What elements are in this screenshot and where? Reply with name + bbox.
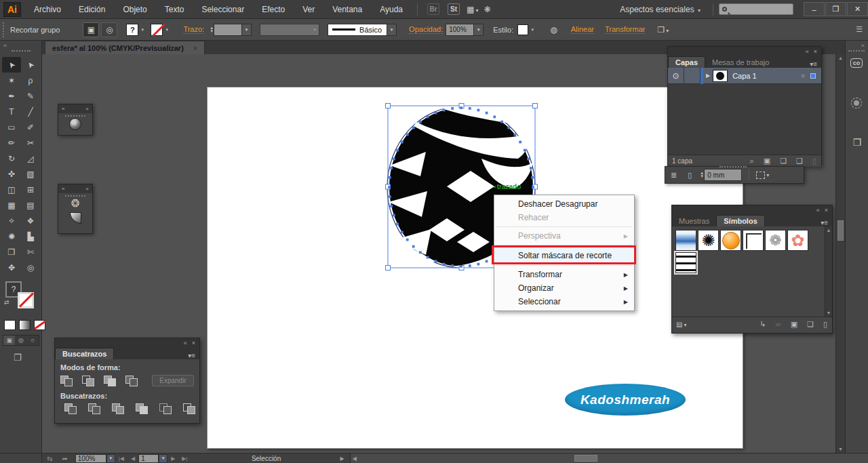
creative-cloud-icon[interactable]: co bbox=[850, 58, 863, 68]
pathfinder-crop[interactable] bbox=[136, 403, 148, 414]
panel-menu-icon[interactable]: ▾≡ bbox=[810, 60, 817, 68]
control-panel-menu-icon[interactable]: ☰ bbox=[856, 25, 863, 34]
menu-bar-item[interactable]: Ver bbox=[294, 0, 323, 19]
dock-grip[interactable] bbox=[848, 50, 865, 52]
tool-scale[interactable]: ◿ bbox=[21, 150, 40, 166]
tool-zoom[interactable]: ◎ bbox=[21, 260, 40, 275]
isolate-selected-object-button[interactable]: ▣ bbox=[83, 22, 99, 37]
close-panel-icon[interactable]: × bbox=[85, 106, 89, 112]
pathfinder-divide[interactable] bbox=[64, 403, 77, 414]
collapse-panel-icon[interactable]: « bbox=[184, 340, 187, 346]
first-artboard-icon[interactable]: |◀ bbox=[119, 456, 124, 462]
new-sublayer-icon[interactable]: ❏ bbox=[780, 157, 787, 165]
lock-cell[interactable] bbox=[684, 68, 701, 84]
artboards-dock-icon[interactable]: ❐ bbox=[846, 137, 868, 148]
expand-layer-icon[interactable]: ▶ bbox=[706, 73, 710, 79]
variable-width-dropdown[interactable]: ▾ bbox=[260, 24, 319, 36]
place-symbol-icon[interactable]: ↳ bbox=[760, 320, 766, 329]
delete-layer-icon[interactable]: ▯ bbox=[812, 157, 816, 165]
symbol-stripes[interactable] bbox=[675, 252, 696, 273]
symbol-wreath[interactable]: ❁ bbox=[765, 230, 786, 251]
panel-menu-icon[interactable]: ▾≡ bbox=[188, 352, 195, 359]
tool-lasso[interactable]: ρ bbox=[21, 73, 40, 88]
make-clipping-mask-icon[interactable]: ▣ bbox=[764, 157, 770, 165]
menu-item-perspectiva[interactable]: Perspectiva ▶ bbox=[495, 229, 633, 243]
tool-shape-builder[interactable]: ◫ bbox=[2, 182, 21, 197]
tool-paintbrush[interactable]: ✐ bbox=[21, 119, 40, 135]
collapse-dock-icon[interactable]: « bbox=[3, 42, 7, 49]
stroke-color-swatch[interactable] bbox=[151, 24, 163, 36]
expand-dock-icon[interactable]: « bbox=[861, 42, 865, 49]
recolor-artwork-icon[interactable]: ◍ bbox=[550, 25, 557, 35]
tool-curvature[interactable]: ✎ bbox=[21, 88, 40, 104]
arrange-documents-icon[interactable]: ▦▾ bbox=[467, 5, 478, 14]
pathfinder-minus-back[interactable] bbox=[183, 403, 195, 414]
workspace-switcher[interactable]: Aspectos esenciales ▾ bbox=[620, 5, 701, 14]
layer-name[interactable]: Capa 1 bbox=[732, 72, 756, 80]
pathfinder-outline[interactable] bbox=[159, 403, 172, 414]
tab-muestras[interactable]: Muestras bbox=[672, 215, 716, 226]
align-panel-link[interactable]: Alinear bbox=[571, 25, 594, 34]
menu-item-deshacer-desagrupar[interactable]: Deshacer Desagrupar bbox=[495, 197, 633, 211]
search-input[interactable] bbox=[727, 5, 785, 14]
close-panel-icon[interactable]: × bbox=[85, 186, 89, 192]
menu-bar-item[interactable]: Objeto bbox=[114, 0, 155, 19]
tool-pen[interactable]: ✒ bbox=[2, 88, 21, 104]
expand-panel-icon[interactable]: » bbox=[62, 186, 64, 192]
menu-bar-item[interactable]: Efecto bbox=[253, 0, 294, 19]
tool-hand[interactable]: ✥ bbox=[2, 260, 21, 275]
brush-definition-dropdown[interactable]: Básico bbox=[328, 24, 387, 36]
tool-gradient[interactable]: ▤ bbox=[21, 197, 40, 213]
panel-menu-icon[interactable]: ▾≡ bbox=[821, 219, 828, 226]
transform-panel-link[interactable]: Transformar bbox=[605, 25, 646, 34]
artboard-dropdown-icon[interactable]: ▼ bbox=[159, 454, 167, 463]
tool-graph[interactable]: ▙ bbox=[21, 228, 40, 244]
pathfinder-merge[interactable] bbox=[112, 403, 124, 414]
visibility-eye-icon[interactable]: ⊙ bbox=[668, 68, 684, 84]
select-similar-button[interactable]: ◎ bbox=[101, 22, 117, 37]
menu-item-transformar[interactable]: Transformar ▶ bbox=[495, 268, 633, 281]
expand-button[interactable]: Expandir bbox=[152, 375, 194, 386]
panel-titlebar[interactable]: « × bbox=[672, 205, 832, 214]
close-panel-icon[interactable]: × bbox=[814, 48, 817, 55]
minimize-button[interactable]: – bbox=[804, 2, 825, 16]
rotate-tool-icon[interactable] bbox=[69, 118, 81, 130]
menu-item-seleccionar[interactable]: Seleccionar ▶ bbox=[495, 295, 633, 308]
opacity-dropdown[interactable]: ▾ bbox=[474, 24, 484, 36]
expand-panel-icon[interactable]: » bbox=[62, 106, 64, 112]
collapse-panel-icon[interactable]: « bbox=[806, 48, 809, 55]
close-panel-icon[interactable]: × bbox=[192, 340, 195, 346]
gradient-quarter-icon[interactable] bbox=[70, 212, 81, 224]
tool-rectangle[interactable]: ▭ bbox=[2, 119, 21, 135]
draw-behind-button[interactable]: ◎ bbox=[15, 336, 26, 345]
style-dropdown-icon[interactable]: ▾ bbox=[528, 24, 536, 36]
document-tab[interactable]: esfera* al 100% (CMYK/Previsualizar) × bbox=[45, 41, 205, 54]
stroke-indicator[interactable] bbox=[18, 292, 34, 308]
symbols-scrollbar[interactable]: ▲ ▼ bbox=[825, 226, 832, 317]
locate-object-icon[interactable]: ⌕ bbox=[750, 157, 754, 165]
tool-rotate[interactable]: ↻ bbox=[2, 150, 21, 166]
close-button[interactable]: ✕ bbox=[847, 2, 868, 16]
target-circle-icon[interactable]: ○ bbox=[801, 72, 805, 79]
tool-slice[interactable]: ✄ bbox=[21, 244, 40, 260]
scroll-up-icon[interactable]: ▲ bbox=[827, 228, 831, 233]
opacity-field[interactable]: 100% bbox=[446, 24, 474, 36]
menu-bar-item[interactable]: Seleccionar bbox=[193, 0, 253, 19]
menu-bar-item[interactable]: Archivo bbox=[25, 0, 70, 19]
tab-capas[interactable]: Capas bbox=[668, 56, 705, 68]
symbol-libraries-icon[interactable]: ▤▾ bbox=[676, 321, 686, 328]
stroke-weight-dropdown[interactable]: ▾ bbox=[242, 24, 252, 36]
tool-magic-wand[interactable]: ✶ bbox=[2, 73, 21, 88]
swap-fill-stroke-icon[interactable]: ⇄ bbox=[4, 299, 9, 306]
scroll-down-icon[interactable]: ▼ bbox=[827, 310, 831, 315]
spacing-field[interactable]: 0 mm bbox=[704, 169, 742, 181]
tool-mesh[interactable]: ▦ bbox=[2, 197, 21, 213]
shape-mode-unite[interactable] bbox=[60, 376, 73, 386]
delete-symbol-icon[interactable]: ▯ bbox=[823, 320, 827, 329]
draw-inside-button[interactable]: ○ bbox=[27, 336, 39, 345]
symbol-ink-splat[interactable]: ✺ bbox=[698, 230, 719, 251]
vertical-scrollbar[interactable]: ▲ ▼ bbox=[835, 54, 845, 453]
distribute-spacing-icon[interactable]: ≣ bbox=[671, 171, 677, 180]
palette-icon[interactable]: ❂ bbox=[71, 198, 80, 208]
tab-mesas-de-trabajo[interactable]: Mesas de trabajo bbox=[705, 56, 776, 68]
